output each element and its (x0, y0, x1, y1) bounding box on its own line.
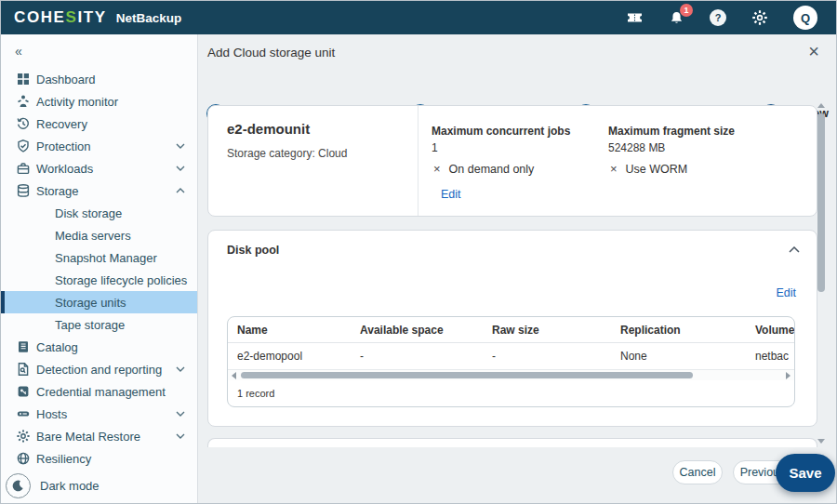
sidebar-item-hosts[interactable]: Hosts (1, 403, 197, 425)
sidebar-item-activity-monitor[interactable]: Activity monitor (1, 90, 197, 113)
sidebar-item-dashboard[interactable]: Dashboard (1, 68, 197, 90)
top-bar: COHESITY NetBackup 1 ? Q (1, 1, 836, 34)
sidebar-item-storage-units[interactable]: Storage units (1, 291, 197, 313)
cell-name: e2-demopool (237, 350, 302, 363)
close-icon[interactable]: × (808, 42, 819, 60)
license-ticket-icon[interactable] (626, 10, 644, 25)
summary-left-section: e2-demounit Storage category: Cloud (208, 106, 418, 216)
column-header-replication[interactable]: Replication (620, 324, 681, 337)
use-worm-flag: × Use WORM (610, 162, 687, 176)
moon-icon (6, 473, 31, 498)
column-header-name[interactable]: Name (237, 324, 268, 337)
recovery-clock-icon (16, 116, 36, 131)
scroll-down-arrow-icon[interactable] (817, 439, 825, 444)
sidebar-item-label: Tape storage (55, 318, 125, 332)
sidebar-item-media-servers[interactable]: Media servers (1, 224, 197, 246)
help-icon[interactable]: ? (710, 9, 726, 26)
record-count: 1 record (228, 380, 794, 406)
chevron-up-icon (176, 188, 185, 193)
sidebar-item-label: Storage lifecycle policies (55, 273, 187, 287)
sidebar-item-label: Detection and reporting (36, 363, 162, 377)
column-header-raw-size[interactable]: Raw size (492, 324, 539, 337)
protection-shield-icon (16, 139, 36, 153)
edit-basic-properties-link[interactable]: Edit (441, 188, 461, 201)
add-cloud-storage-unit-panel: Add Cloud storage unit × Basic propertie… (198, 34, 836, 503)
sidebar-item-storage[interactable]: Storage (1, 179, 197, 202)
cell-raw-size: - (492, 350, 496, 363)
x-mark-icon: × (433, 162, 441, 176)
max-concurrent-jobs-field: Maximum concurrent jobs 1 (432, 125, 570, 154)
flag-label: Use WORM (626, 163, 688, 176)
storage-category: Storage category: Cloud (227, 147, 418, 160)
resiliency-globe-icon (16, 451, 36, 466)
sidebar-nav: « Dashboard Activity monitor Recovery Pr… (1, 34, 198, 503)
horizontal-scrollbar[interactable] (228, 369, 794, 380)
topbar-actions: 1 ? Q (626, 6, 823, 30)
sidebar-item-recovery[interactable]: Recovery (1, 113, 197, 135)
sidebar-item-label: Storage units (55, 296, 126, 310)
vertical-scrollbar[interactable] (817, 101, 825, 445)
notifications-bell-icon[interactable]: 1 (669, 10, 684, 26)
scroll-right-arrow-icon[interactable] (786, 372, 790, 379)
summary-right-section: Maximum concurrent jobs 1 Maximum fragme… (418, 106, 817, 216)
storage-database-icon (16, 183, 36, 198)
cohesity-logo: COHESITY (14, 8, 107, 27)
chevron-down-icon (176, 143, 185, 149)
product-name: NetBackup (116, 11, 182, 25)
sidebar-item-label: Snapshot Manager (55, 251, 157, 265)
sidebar-item-disk-storage[interactable]: Disk storage (1, 202, 197, 224)
app-window: COHESITY NetBackup 1 ? Q « Dashboard (0, 0, 837, 504)
field-label: Maximum fragment size (608, 125, 735, 138)
catalog-book-icon (16, 339, 36, 354)
sidebar-item-label: Dashboard (36, 73, 96, 86)
settings-gear-icon[interactable] (751, 9, 768, 26)
sidebar-item-label: Disk storage (55, 206, 122, 220)
sidebar-item-bare-metal-restore[interactable]: Bare Metal Restore (1, 425, 197, 447)
sidebar-item-label: Resiliency (36, 452, 91, 466)
horizontal-scrollbar-thumb[interactable] (241, 372, 693, 378)
sidebar-item-catalog[interactable]: Catalog (1, 336, 197, 358)
table-header-row: Name Available space Raw size Replicatio… (228, 317, 794, 343)
notification-badge: 1 (680, 4, 693, 17)
table-row[interactable]: e2-demopool - - None netbac (228, 343, 794, 369)
vertical-scrollbar-thumb[interactable] (817, 113, 825, 292)
scroll-left-arrow-icon[interactable] (232, 372, 236, 379)
cell-available-space: - (360, 350, 364, 363)
sidebar-item-credential-management[interactable]: Credential management (1, 380, 197, 403)
field-value: 1 (432, 141, 570, 154)
sidebar-item-label: Storage (36, 184, 79, 198)
save-button[interactable]: Save (776, 454, 835, 492)
sidebar-item-workloads[interactable]: Workloads (1, 157, 197, 179)
sidebar-item-label: Catalog (36, 340, 78, 354)
sidebar-item-protection[interactable]: Protection (1, 135, 197, 157)
chevron-down-icon (176, 366, 185, 372)
user-avatar[interactable]: Q (793, 6, 817, 30)
max-fragment-size-field: Maximum fragment size 524288 MB (608, 125, 735, 154)
disk-pool-card: Disk pool Edit Name Available space Raw … (207, 230, 817, 427)
x-mark-icon: × (610, 162, 618, 176)
scroll-up-arrow-icon[interactable] (817, 103, 825, 108)
sidebar-item-storage-lifecycle-policies[interactable]: Storage lifecycle policies (1, 269, 197, 291)
sidebar-item-detection-and-reporting[interactable]: Detection and reporting (1, 358, 197, 380)
brand-suffix: ITY (77, 8, 106, 26)
wizard-footer: Cancel Previous Save (198, 447, 836, 503)
bare-metal-restore-gear-icon (16, 429, 36, 444)
brand-prefix: COHE (14, 8, 66, 26)
cancel-button[interactable]: Cancel (672, 460, 723, 484)
storage-unit-summary-card: e2-demounit Storage category: Cloud Maxi… (207, 105, 817, 217)
dark-mode-toggle[interactable]: Dark mode (1, 473, 197, 498)
edit-disk-pool-link[interactable]: Edit (776, 286, 796, 299)
column-header-volume[interactable]: Volume (755, 324, 794, 337)
collapse-chevron-up-icon[interactable] (789, 246, 800, 253)
sidebar-collapse-button[interactable]: « (1, 34, 197, 68)
chevron-down-icon (176, 433, 185, 439)
sidebar-item-label: Protection (36, 139, 91, 153)
sidebar-item-tape-storage[interactable]: Tape storage (1, 313, 197, 336)
sidebar-item-label: Hosts (36, 407, 67, 421)
column-header-available-space[interactable]: Available space (360, 324, 444, 337)
flag-label: On demand only (449, 163, 535, 176)
sidebar-item-label: Workloads (36, 162, 93, 176)
sidebar-item-label: Activity monitor (36, 95, 118, 109)
sidebar-item-resiliency[interactable]: Resiliency (1, 447, 197, 470)
sidebar-item-snapshot-manager[interactable]: Snapshot Manager (1, 246, 197, 269)
